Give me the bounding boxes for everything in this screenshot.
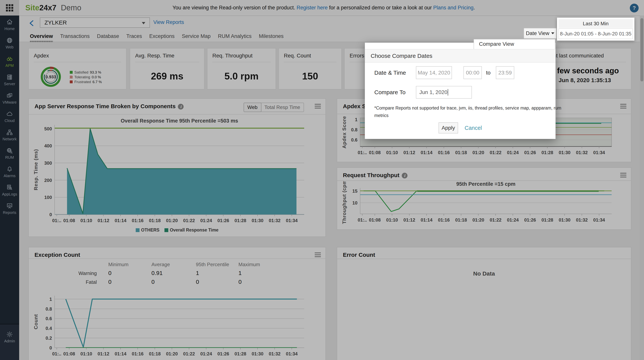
date-view-button[interactable]: Date View (524, 28, 556, 39)
dialog-note: *Compare Reports not supported for trace… (374, 104, 561, 119)
compare-dates-dialog: Choose Compare Dates Date & Time May 14,… (365, 42, 556, 139)
time-range-value[interactable]: 8-Jun-20 01:05 - 8-Jun-20 01:35 (558, 28, 633, 39)
compare-to-label: Compare To (374, 86, 406, 99)
date-field[interactable]: May 14, 2020 (416, 66, 452, 79)
time-from-field[interactable]: 00:00 (464, 66, 482, 79)
apply-button[interactable]: Apply (438, 122, 458, 133)
compare-to-value: Jun 1, 2020 (419, 89, 447, 95)
time-range-title: Last 30 Min (558, 19, 633, 28)
time-to-field[interactable]: 23:59 (496, 66, 514, 79)
to-label: to (486, 66, 490, 79)
date-view-label: Date View (526, 30, 550, 36)
date-time-label: Date & Time (374, 66, 406, 79)
compare-to-field[interactable]: Jun 1, 2020 (416, 86, 472, 99)
cancel-link[interactable]: Cancel (464, 122, 482, 133)
dialog-title: Choose Compare Dates (365, 49, 556, 63)
text-cursor (448, 89, 448, 95)
time-range-panel: Last 30 Min 8-Jun-20 01:05 - 8-Jun-20 01… (557, 18, 634, 40)
chevron-down-icon (551, 32, 554, 34)
compare-view-menu-item[interactable]: Compare View (474, 39, 555, 49)
